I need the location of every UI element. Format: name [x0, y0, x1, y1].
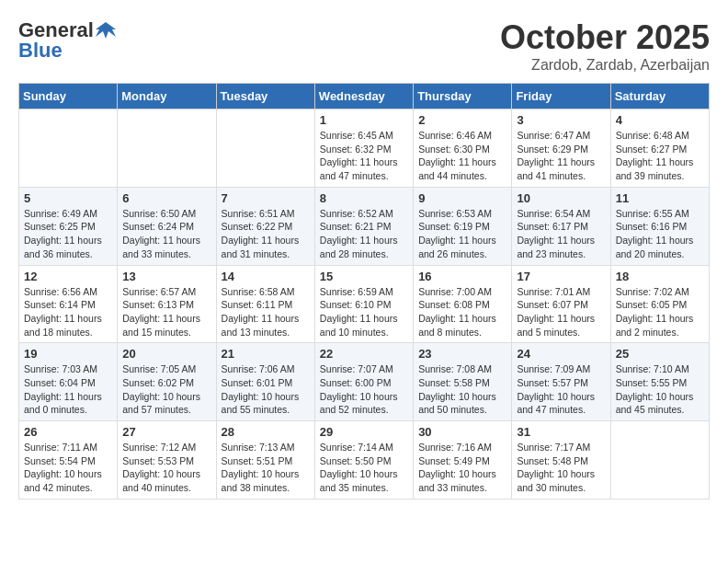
day-info: Sunrise: 6:56 AM Sunset: 6:14 PM Dayligh…: [24, 285, 112, 339]
calendar-cell: 1Sunrise: 6:45 AM Sunset: 6:32 PM Daylig…: [314, 109, 413, 188]
day-info: Sunrise: 6:58 AM Sunset: 6:11 PM Dayligh…: [222, 285, 310, 339]
calendar-cell: [216, 109, 314, 188]
day-info: Sunrise: 6:47 AM Sunset: 6:29 PM Dayligh…: [517, 129, 605, 183]
day-number: 30: [418, 425, 506, 439]
day-number: 31: [517, 425, 605, 439]
day-info: Sunrise: 6:46 AM Sunset: 6:30 PM Dayligh…: [418, 129, 506, 183]
day-number: 13: [122, 270, 210, 283]
calendar-cell: 7Sunrise: 6:51 AM Sunset: 6:22 PM Daylig…: [216, 187, 314, 265]
weekday-header: Wednesday: [314, 84, 413, 109]
calendar-cell: 25Sunrise: 7:10 AM Sunset: 5:55 PM Dayli…: [610, 343, 709, 421]
day-number: 29: [320, 425, 408, 439]
day-number: 18: [616, 270, 704, 283]
calendar-cell: 5Sunrise: 6:49 AM Sunset: 6:25 PM Daylig…: [19, 187, 118, 265]
calendar-cell: 20Sunrise: 7:05 AM Sunset: 6:02 PM Dayli…: [118, 343, 216, 421]
calendar-cell: 22Sunrise: 7:07 AM Sunset: 6:00 PM Dayli…: [314, 343, 413, 421]
day-number: 23: [418, 347, 506, 361]
day-info: Sunrise: 6:53 AM Sunset: 6:19 PM Dayligh…: [418, 207, 506, 261]
page-header: General Blue October 2025 Zardob, Zardab…: [18, 18, 710, 74]
calendar-cell: 24Sunrise: 7:09 AM Sunset: 5:57 PM Dayli…: [512, 343, 610, 421]
day-number: 27: [122, 425, 210, 439]
day-info: Sunrise: 6:45 AM Sunset: 6:32 PM Dayligh…: [320, 129, 408, 183]
day-info: Sunrise: 6:57 AM Sunset: 6:13 PM Dayligh…: [122, 285, 210, 339]
calendar-cell: 12Sunrise: 6:56 AM Sunset: 6:14 PM Dayli…: [19, 265, 118, 343]
weekday-header: Tuesday: [216, 84, 314, 109]
calendar-cell: 30Sunrise: 7:16 AM Sunset: 5:49 PM Dayli…: [414, 421, 512, 500]
calendar-cell: 21Sunrise: 7:06 AM Sunset: 6:01 PM Dayli…: [216, 343, 314, 421]
day-number: 10: [517, 191, 605, 205]
day-info: Sunrise: 7:07 AM Sunset: 6:00 PM Dayligh…: [320, 362, 408, 417]
calendar-cell: 9Sunrise: 6:53 AM Sunset: 6:19 PM Daylig…: [414, 187, 512, 265]
day-number: 24: [517, 347, 605, 361]
calendar-cell: 17Sunrise: 7:01 AM Sunset: 6:07 PM Dayli…: [512, 265, 610, 343]
day-info: Sunrise: 6:55 AM Sunset: 6:16 PM Dayligh…: [616, 207, 704, 261]
calendar-cell: 18Sunrise: 7:02 AM Sunset: 6:05 PM Dayli…: [610, 265, 709, 343]
day-info: Sunrise: 7:11 AM Sunset: 5:54 PM Dayligh…: [24, 441, 112, 495]
calendar-cell: 26Sunrise: 7:11 AM Sunset: 5:54 PM Dayli…: [19, 421, 118, 500]
day-info: Sunrise: 7:17 AM Sunset: 5:48 PM Dayligh…: [517, 441, 605, 495]
day-info: Sunrise: 7:02 AM Sunset: 6:05 PM Dayligh…: [616, 285, 704, 339]
weekday-header: Saturday: [610, 84, 709, 109]
svg-marker-0: [96, 22, 116, 39]
day-number: 3: [517, 113, 605, 127]
calendar-cell: 28Sunrise: 7:13 AM Sunset: 5:51 PM Dayli…: [216, 421, 314, 500]
day-info: Sunrise: 7:12 AM Sunset: 5:53 PM Dayligh…: [122, 441, 210, 495]
day-number: 16: [418, 270, 506, 283]
location: Zardob, Zardab, Azerbaijan: [500, 57, 710, 74]
day-number: 6: [122, 191, 210, 205]
day-info: Sunrise: 6:50 AM Sunset: 6:24 PM Dayligh…: [122, 207, 210, 261]
calendar-week-row: 5Sunrise: 6:49 AM Sunset: 6:25 PM Daylig…: [19, 187, 710, 265]
calendar-cell: 15Sunrise: 6:59 AM Sunset: 6:10 PM Dayli…: [314, 265, 413, 343]
logo-blue: Blue: [18, 39, 63, 63]
day-info: Sunrise: 7:06 AM Sunset: 6:01 PM Dayligh…: [222, 362, 310, 417]
calendar-cell: 8Sunrise: 6:52 AM Sunset: 6:21 PM Daylig…: [314, 187, 413, 265]
day-info: Sunrise: 6:54 AM Sunset: 6:17 PM Dayligh…: [517, 207, 605, 261]
day-number: 19: [24, 347, 112, 361]
calendar-table: SundayMondayTuesdayWednesdayThursdayFrid…: [18, 83, 710, 500]
day-number: 20: [122, 347, 210, 361]
calendar-week-row: 1Sunrise: 6:45 AM Sunset: 6:32 PM Daylig…: [19, 109, 710, 188]
calendar-cell: 13Sunrise: 6:57 AM Sunset: 6:13 PM Dayli…: [118, 265, 216, 343]
day-info: Sunrise: 7:13 AM Sunset: 5:51 PM Dayligh…: [222, 441, 310, 495]
day-info: Sunrise: 6:59 AM Sunset: 6:10 PM Dayligh…: [320, 285, 408, 339]
day-info: Sunrise: 7:09 AM Sunset: 5:57 PM Dayligh…: [517, 362, 605, 417]
calendar-week-row: 26Sunrise: 7:11 AM Sunset: 5:54 PM Dayli…: [19, 421, 710, 500]
day-number: 11: [616, 191, 704, 205]
day-info: Sunrise: 6:51 AM Sunset: 6:22 PM Dayligh…: [222, 207, 310, 261]
weekday-header: Monday: [118, 84, 216, 109]
calendar-cell: [610, 421, 709, 500]
weekday-header: Friday: [512, 84, 610, 109]
day-info: Sunrise: 6:48 AM Sunset: 6:27 PM Dayligh…: [616, 129, 704, 183]
calendar-cell: 11Sunrise: 6:55 AM Sunset: 6:16 PM Dayli…: [610, 187, 709, 265]
calendar-cell: 31Sunrise: 7:17 AM Sunset: 5:48 PM Dayli…: [512, 421, 610, 500]
day-info: Sunrise: 6:52 AM Sunset: 6:21 PM Dayligh…: [320, 207, 408, 261]
day-info: Sunrise: 7:14 AM Sunset: 5:50 PM Dayligh…: [320, 441, 408, 495]
day-number: 5: [24, 191, 112, 205]
logo: General Blue: [18, 18, 116, 63]
day-number: 2: [418, 113, 506, 127]
title-block: October 2025 Zardob, Zardab, Azerbaijan: [500, 18, 710, 74]
day-info: Sunrise: 7:16 AM Sunset: 5:49 PM Dayligh…: [418, 441, 506, 495]
day-number: 22: [320, 347, 408, 361]
day-number: 21: [222, 347, 310, 361]
calendar-cell: 10Sunrise: 6:54 AM Sunset: 6:17 PM Dayli…: [512, 187, 610, 265]
day-info: Sunrise: 7:05 AM Sunset: 6:02 PM Dayligh…: [122, 362, 210, 417]
month-title: October 2025: [500, 18, 710, 57]
calendar-cell: 6Sunrise: 6:50 AM Sunset: 6:24 PM Daylig…: [118, 187, 216, 265]
calendar-cell: 29Sunrise: 7:14 AM Sunset: 5:50 PM Dayli…: [314, 421, 413, 500]
day-info: Sunrise: 7:01 AM Sunset: 6:07 PM Dayligh…: [517, 285, 605, 339]
calendar-cell: [19, 109, 118, 188]
day-info: Sunrise: 7:03 AM Sunset: 6:04 PM Dayligh…: [24, 362, 112, 417]
calendar-week-row: 12Sunrise: 6:56 AM Sunset: 6:14 PM Dayli…: [19, 265, 710, 343]
day-number: 4: [616, 113, 704, 127]
day-number: 14: [222, 270, 310, 283]
weekday-header: Sunday: [19, 84, 118, 109]
calendar-cell: 16Sunrise: 7:00 AM Sunset: 6:08 PM Dayli…: [414, 265, 512, 343]
day-number: 8: [320, 191, 408, 205]
calendar-cell: 23Sunrise: 7:08 AM Sunset: 5:58 PM Dayli…: [414, 343, 512, 421]
day-number: 28: [222, 425, 310, 439]
calendar-cell: 27Sunrise: 7:12 AM Sunset: 5:53 PM Dayli…: [118, 421, 216, 500]
calendar-cell: 19Sunrise: 7:03 AM Sunset: 6:04 PM Dayli…: [19, 343, 118, 421]
day-info: Sunrise: 6:49 AM Sunset: 6:25 PM Dayligh…: [24, 207, 112, 261]
weekday-header: Thursday: [414, 84, 512, 109]
